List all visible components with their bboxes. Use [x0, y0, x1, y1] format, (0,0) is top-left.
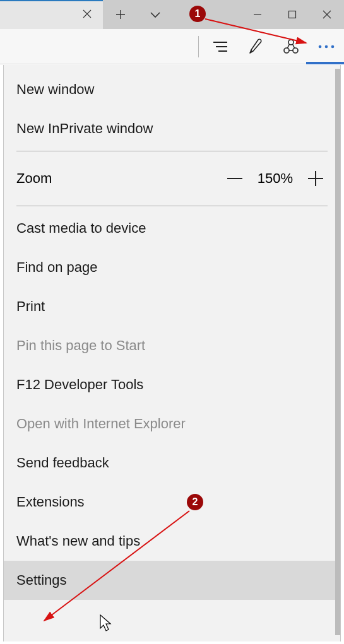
- annotation-arrow-2: [0, 0, 344, 644]
- svg-line-8: [44, 511, 189, 621]
- mouse-cursor-icon: [100, 614, 112, 635]
